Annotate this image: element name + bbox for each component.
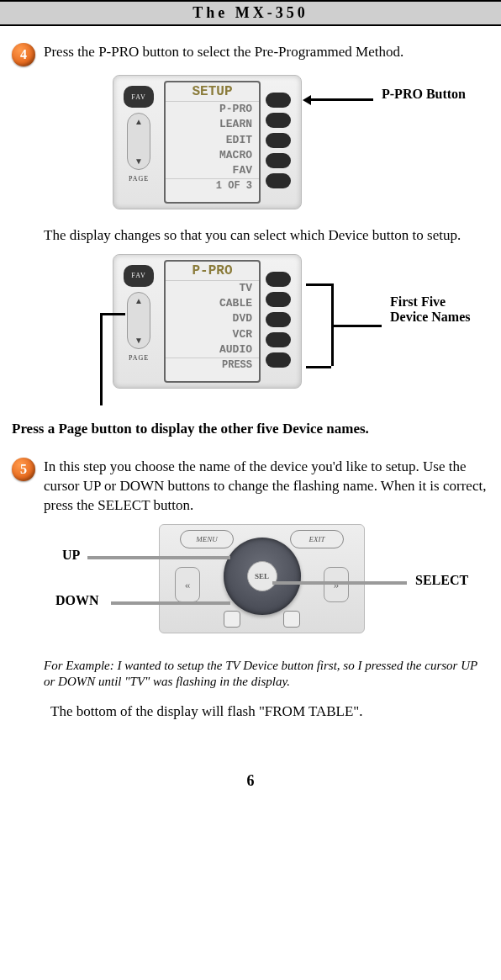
example-note: For Example: I wanted to setup the TV De… [44,658,489,691]
page-header: The MX-350 [0,0,501,26]
annotation-device-names: First Five Device Names [390,294,474,324]
lcd-row: VCR [166,327,259,342]
page-rocker[interactable]: ▲ ▼ [127,292,150,349]
remote-right-pad [266,81,296,204]
d-pad[interactable]: SEL [224,538,301,615]
soft-button[interactable] [266,173,291,188]
fav-button[interactable]: FAV [124,86,154,108]
soft-button[interactable] [266,272,291,287]
label-select: SELECT [415,573,468,588]
step-5: 5 In this step you choose the name of th… [12,458,489,516]
callout-line [100,313,103,405]
scroll-right-button[interactable]: » [324,567,349,602]
step-4: 4 Press the P-PRO button to select the P… [12,43,489,66]
bracket-line [331,325,382,327]
fav-button[interactable]: FAV [124,265,154,287]
nav-cluster: MENU EXIT « » SEL [159,524,365,633]
page-number: 6 [12,772,489,807]
lcd-row: TV [166,281,259,296]
lcd-footer: 1 OF 3 [166,178,259,193]
paragraph-bottom: The bottom of the display will flash "FR… [50,702,489,722]
chevron-down-icon: ▼ [134,336,143,345]
stop-button[interactable] [224,611,240,628]
soft-button[interactable] [266,93,291,108]
page-content: 4 Press the P-PRO button to select the P… [0,26,501,815]
remote-fig-1: FAV ▲ ▼ PAGE SETUP P-PRO LEARN EDIT MACR… [113,75,302,209]
scroll-left-button[interactable]: « [175,567,200,602]
select-button[interactable]: SEL [247,561,277,591]
bracket-line [306,283,331,286]
lcd-screen-1: SETUP P-PRO LEARN EDIT MACRO FAV 1 OF 3 [164,81,261,204]
exit-button[interactable]: EXIT [290,530,344,548]
label-up: UP [62,548,80,563]
soft-button[interactable] [266,352,291,368]
lcd-row: AUDIO [166,342,259,358]
callout-line [100,313,125,315]
figure-1-wrap: FAV ▲ ▼ PAGE SETUP P-PRO LEARN EDIT MACR… [12,75,489,218]
lcd-row: MACRO [166,148,259,163]
lcd-row: FAV [166,163,259,178]
lcd-footer: PRESS [166,358,259,372]
callout-line [87,556,230,559]
figure-2-wrap: FAV ▲ ▼ PAGE P-PRO TV CABLE DVD VCR AUDI… [12,254,489,414]
annotation-ppro: P-PRO Button [382,87,466,102]
menu-button[interactable]: MENU [180,530,234,548]
label-down: DOWN [55,593,99,608]
remote-left-pad: FAV ▲ ▼ PAGE [119,260,159,383]
lcd-title: P-PRO [166,262,259,281]
step-4-text: Press the P-PRO button to select the Pre… [44,43,403,62]
chevron-up-icon: ▲ [134,117,143,126]
lcd-title: SETUP [166,82,259,102]
soft-button[interactable] [266,133,291,148]
lcd-row: LEARN [166,117,259,132]
step-4-badge: 4 [12,43,35,66]
lcd-row: P-PRO [166,102,259,117]
step-5-text: In this step you choose the name of the … [44,458,489,516]
soft-button[interactable] [266,153,291,168]
callout-line [272,581,407,585]
page-label: PAGE [129,354,149,362]
soft-button[interactable] [266,312,291,327]
remote-left-pad: FAV ▲ ▼ PAGE [119,81,159,204]
page-label: PAGE [129,175,149,183]
bracket-line [306,366,331,368]
soft-button[interactable] [266,292,291,307]
header-title: The MX-350 [192,4,309,21]
remote-fig-2: FAV ▲ ▼ PAGE P-PRO TV CABLE DVD VCR AUDI… [113,254,302,389]
pause-button[interactable] [283,611,300,628]
lcd-row: CABLE [166,296,259,311]
chevron-down-icon: ▼ [134,156,143,166]
soft-button[interactable] [266,113,291,128]
remote-right-pad [266,260,296,383]
step-5-badge: 5 [12,458,35,481]
figure-3-wrap: MENU EXIT « » SEL UP DOWN SELECT [12,524,489,646]
chevron-up-icon: ▲ [134,296,143,305]
callout-line [111,601,230,605]
press-page-note: Press a Page button to display the other… [12,421,489,437]
paragraph-after-step4: The display changes so that you can sele… [44,226,489,246]
lcd-screen-2: P-PRO TV CABLE DVD VCR AUDIO PRESS [164,260,261,383]
arrow-icon [306,98,373,101]
soft-button[interactable] [266,332,291,347]
lcd-row: EDIT [166,133,259,148]
page-rocker[interactable]: ▲ ▼ [127,113,150,170]
lcd-row: DVD [166,311,259,326]
